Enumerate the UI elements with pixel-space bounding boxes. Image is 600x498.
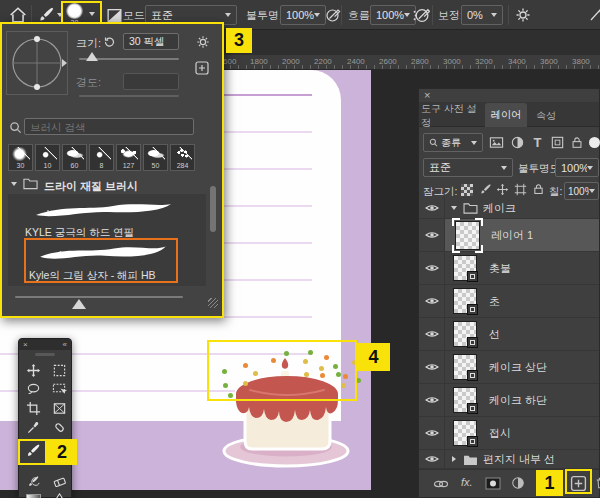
filter-image-icon[interactable] — [489, 135, 504, 150]
spot-healing-tool[interactable] — [51, 419, 67, 435]
reset-size-icon[interactable] — [102, 35, 116, 49]
gradient-tool[interactable] — [25, 491, 41, 498]
lasso-tool[interactable] — [25, 381, 41, 397]
layer-row[interactable]: 접시 — [419, 417, 599, 450]
layer-thumbnail[interactable] — [455, 221, 480, 250]
collapse-icon[interactable]: « — [63, 340, 67, 349]
layer-group-row-collapsed[interactable]: 편지지 내부 선 — [419, 450, 599, 469]
layer-thumbnail[interactable] — [453, 255, 477, 281]
layer-effects-button[interactable]: fx. — [461, 476, 473, 488]
brush-preset[interactable]: 10 — [35, 144, 60, 171]
layer-row[interactable]: 초 — [419, 285, 599, 318]
layer-row[interactable]: 선 — [419, 318, 599, 351]
brush-preset[interactable]: 30 — [8, 144, 33, 171]
slice-tool[interactable] — [51, 400, 67, 416]
brush-angle-widget[interactable] — [6, 31, 68, 95]
palette-grip[interactable] — [35, 353, 55, 356]
lock-artboard-icon[interactable] — [514, 183, 527, 196]
blend-mode-select[interactable]: 표준 — [423, 158, 513, 177]
object-selection-tool[interactable] — [51, 381, 67, 397]
layer-row-selected[interactable]: 레이어 1 — [419, 219, 599, 252]
layer-row[interactable]: 촛불 — [419, 252, 599, 285]
visibility-toggle[interactable] — [419, 417, 445, 449]
brush-name[interactable]: Kyle의 그림 상자 - 해피 HB — [29, 269, 156, 283]
layer-row[interactable]: 케이크 하단 — [419, 384, 599, 417]
layers-opacity-select[interactable]: 100% — [555, 158, 599, 177]
layer-name[interactable]: 편지지 내부 선 — [483, 452, 555, 467]
adjustment-layer-icon[interactable] — [511, 476, 525, 490]
visibility-toggle[interactable] — [419, 197, 445, 218]
smoothing-select[interactable]: 0% — [461, 5, 503, 25]
add-preset-icon[interactable] — [195, 61, 209, 75]
crop-tool[interactable] — [25, 400, 41, 416]
tab-layers[interactable]: 레이어 — [485, 103, 527, 127]
airbrush-icon[interactable] — [413, 6, 430, 24]
filter-shape-icon[interactable] — [550, 135, 565, 150]
size-slider-thumb[interactable] — [86, 52, 98, 61]
blur-tool[interactable] — [51, 491, 67, 498]
layer-thumbnail[interactable] — [453, 288, 477, 314]
brush-stroke-preview[interactable] — [28, 197, 178, 223]
filter-smart-object-lock-icon[interactable] — [570, 135, 584, 150]
hardness-input[interactable] — [123, 73, 179, 90]
delete-layer-icon[interactable] — [595, 476, 600, 490]
lock-transparency-icon[interactable] — [461, 184, 473, 196]
panel-resize-grip[interactable] — [208, 298, 218, 308]
size-input[interactable]: 30 픽셀 — [123, 33, 179, 50]
marquee-tool[interactable] — [51, 362, 67, 378]
visibility-toggle[interactable] — [419, 450, 445, 468]
visibility-toggle[interactable] — [419, 318, 445, 350]
brush-stroke-preview[interactable] — [32, 241, 172, 265]
panel-bottom-slider[interactable] — [15, 296, 183, 298]
eyedropper-tool[interactable] — [25, 419, 41, 435]
layer-thumbnail[interactable] — [453, 321, 477, 347]
opacity-select[interactable]: 100% — [280, 5, 326, 25]
tab-tool-presets[interactable]: 도구 사전 설정 — [421, 105, 483, 127]
tools-palette-header[interactable]: × « — [19, 339, 71, 350]
layer-row[interactable]: 케이크 상단 — [419, 351, 599, 384]
tab-properties[interactable]: 속성 — [529, 105, 563, 127]
gear-icon[interactable] — [515, 7, 531, 23]
brush-search-input[interactable] — [24, 118, 194, 135]
move-tool[interactable] — [25, 362, 41, 378]
layer-name[interactable]: 접시 — [489, 426, 511, 441]
brush-preset[interactable]: 50 — [143, 144, 168, 171]
layer-name[interactable]: 초 — [489, 294, 500, 309]
layer-thumbnail[interactable] — [453, 420, 477, 446]
brush-group-label[interactable]: 드라이 재질 브러시 — [44, 179, 138, 194]
panel-bottom-slider-thumb[interactable] — [72, 299, 86, 309]
lock-position-icon[interactable] — [496, 183, 509, 196]
pressure-opacity-icon[interactable] — [325, 6, 341, 24]
brush-preset[interactable]: 284 — [170, 144, 195, 171]
layer-name[interactable]: 선 — [489, 327, 500, 342]
brush-angle-icon[interactable] — [590, 7, 600, 23]
gear-icon[interactable] — [196, 35, 210, 49]
layer-name[interactable]: 촛불 — [489, 261, 511, 276]
hardness-slider[interactable] — [79, 95, 179, 97]
filter-type-icon[interactable]: T — [530, 135, 545, 150]
visibility-toggle[interactable] — [419, 351, 445, 383]
layer-thumbnail[interactable] — [453, 354, 477, 380]
visibility-toggle[interactable] — [419, 285, 445, 317]
layer-group-row[interactable]: 케이크 — [419, 197, 599, 219]
filter-adjustment-icon[interactable] — [510, 135, 525, 150]
brush-preset[interactable]: 127 — [116, 144, 141, 171]
lock-paint-icon[interactable] — [479, 183, 492, 196]
close-icon[interactable]: × — [424, 89, 430, 101]
chevron-right-icon[interactable] — [452, 456, 456, 462]
layer-name[interactable]: 케이크 상단 — [489, 360, 547, 375]
add-mask-icon[interactable] — [485, 477, 501, 490]
visibility-toggle[interactable] — [419, 219, 445, 251]
history-brush-tool[interactable] — [25, 473, 41, 489]
lock-all-icon[interactable] — [532, 182, 545, 196]
flow-select[interactable]: 100% — [370, 5, 416, 25]
visibility-toggle[interactable] — [419, 384, 445, 416]
scrollbar-thumb[interactable] — [210, 186, 216, 232]
layer-filter-select[interactable]: 종류 — [423, 133, 483, 152]
link-layers-icon[interactable] — [433, 478, 449, 490]
layer-name[interactable]: 케이크 하단 — [489, 393, 547, 408]
brush-preset[interactable]: 8 — [89, 144, 114, 171]
eraser-tool[interactable] — [51, 473, 67, 489]
chevron-down-icon[interactable] — [11, 182, 17, 186]
layer-thumbnail[interactable] — [453, 387, 477, 413]
